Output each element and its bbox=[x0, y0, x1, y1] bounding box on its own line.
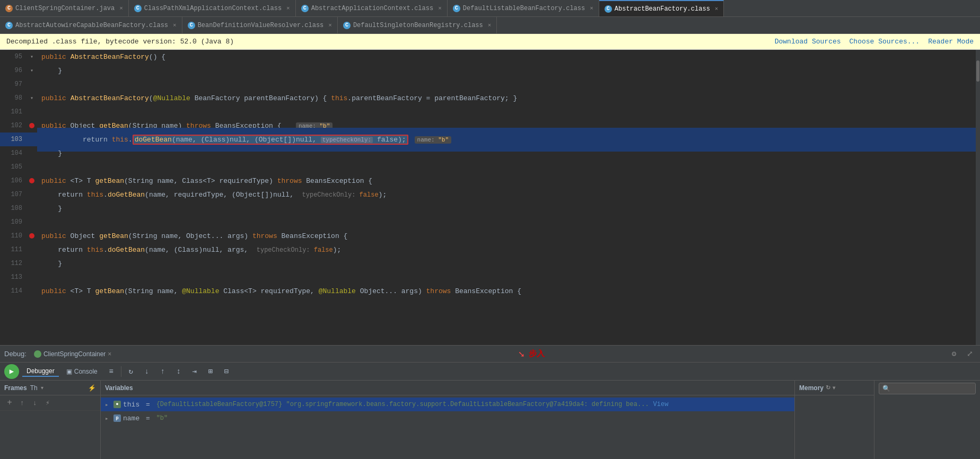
line-content bbox=[37, 81, 980, 89]
code-line-97: 97 bbox=[0, 77, 980, 91]
frames-header: Frames Th ▾ ⚡ bbox=[0, 381, 100, 395]
code-line-105: 105 bbox=[0, 160, 980, 174]
fold-icon: ▾ bbox=[30, 95, 33, 101]
breakpoint-dot[interactable] bbox=[29, 233, 34, 239]
expand-arrow[interactable]: ▸ bbox=[105, 401, 111, 408]
expand-icon[interactable]: ⤢ bbox=[964, 348, 976, 360]
up-button[interactable]: ↑ bbox=[17, 398, 28, 408]
line-content bbox=[37, 218, 980, 226]
down-button[interactable]: ↓ bbox=[30, 398, 40, 408]
tab-close[interactable]: × bbox=[590, 5, 593, 12]
memory-header: Memory ↻ ▾ bbox=[795, 381, 874, 395]
tab-abstract-app-context[interactable]: C AbstractApplicationContext.class × bbox=[296, 0, 448, 17]
tab-client-spring-container[interactable]: C ClientSpringContainer.java × bbox=[0, 0, 129, 17]
tab-close[interactable]: × bbox=[488, 22, 492, 29]
code-line-107: 107 return this.doGetBean(name, required… bbox=[0, 188, 980, 201]
step-out-button[interactable]: ↑ bbox=[156, 365, 169, 378]
var-val-name: "b" bbox=[156, 414, 168, 422]
tab-abstract-bean-factory[interactable]: C AbstractBeanFactory.class × bbox=[599, 0, 724, 17]
filter-icon[interactable]: ⚡ bbox=[88, 384, 96, 392]
code-line-103: 103 return this.doGetBean(name, (Class)n… bbox=[0, 133, 980, 146]
code-line-106: 106 public <T> T getBean(String name, Cl… bbox=[0, 174, 980, 188]
variables-list: ▸ ● this = {DefaultListableBeanFactory@1… bbox=[101, 395, 794, 459]
tab-default-listable[interactable]: C DefaultListableBeanFactory.class × bbox=[448, 0, 599, 17]
var-eq: = bbox=[142, 414, 154, 422]
line-number: 103 bbox=[0, 136, 27, 143]
code-editor: 95 ▾ public AbstractBeanFactory() { 96 ▾… bbox=[0, 50, 980, 345]
tab-bean-def-value-resolver[interactable]: C BeanDefinitionValueResolver.class × bbox=[182, 17, 338, 34]
variable-name-row[interactable]: ▸ p name = "b" bbox=[101, 411, 794, 425]
memory-label: Memory bbox=[799, 384, 824, 392]
line-number: 98 bbox=[0, 94, 27, 102]
tab-close[interactable]: × bbox=[173, 22, 177, 29]
tab-close[interactable]: × bbox=[328, 22, 332, 29]
line-number: 101 bbox=[0, 108, 27, 116]
line-content: } bbox=[37, 205, 980, 213]
java-icon: C bbox=[5, 5, 13, 12]
variable-this-row[interactable]: ▸ ● this = {DefaultListableBeanFactory@1… bbox=[101, 398, 794, 411]
filter-frame-button[interactable]: ⚡ bbox=[42, 398, 53, 408]
this-var-icon: ● bbox=[113, 401, 121, 408]
var-name-name: name bbox=[123, 414, 139, 422]
line-number: 104 bbox=[0, 149, 27, 157]
frames-nav: + ↑ ↓ ⚡ bbox=[0, 395, 100, 411]
param-var-icon: p bbox=[113, 414, 121, 422]
download-sources-link[interactable]: Download Sources bbox=[775, 38, 841, 46]
line-number: 107 bbox=[0, 191, 27, 198]
debug-toolbar: ▶ Debugger ▣ Console ≡ ↻ ↓ ↑ ↕ ⇥ ⊞ ⊟ bbox=[0, 363, 980, 381]
fold-icon[interactable]: ▾ bbox=[30, 54, 33, 60]
evaluate-button[interactable]: ⇥ bbox=[188, 365, 201, 378]
view-link[interactable]: View bbox=[653, 401, 669, 408]
choose-sources-link[interactable]: Choose Sources... bbox=[850, 38, 920, 46]
search-area bbox=[874, 381, 980, 459]
class-icon: C bbox=[301, 5, 309, 12]
session-close[interactable]: × bbox=[108, 350, 111, 358]
line-number: 105 bbox=[0, 163, 27, 171]
tab-classpathxml[interactable]: C ClassPathXmlApplicationContext.class × bbox=[129, 0, 296, 17]
expand-arrow[interactable]: ▸ bbox=[105, 415, 111, 422]
memory-dropdown-icon[interactable]: ▾ bbox=[833, 385, 835, 391]
debug-header: Debug: ClientSpringContainer × ➘ 步入 ⚙ ⤢ bbox=[0, 346, 980, 363]
add-watch-button[interactable]: + bbox=[4, 398, 15, 408]
line-content: } bbox=[37, 149, 980, 157]
tab-close[interactable]: × bbox=[715, 6, 719, 12]
debug-title: Debug: bbox=[4, 350, 27, 358]
threads-dropdown-icon[interactable]: ▾ bbox=[41, 385, 43, 391]
console-tab[interactable]: ▣ Console bbox=[62, 367, 102, 376]
code-line-108: 108 } bbox=[0, 201, 980, 215]
step-into-button[interactable]: ↓ bbox=[141, 365, 153, 378]
console-icon: ▣ bbox=[66, 368, 72, 375]
session-icon bbox=[34, 350, 41, 358]
toolbar-menu[interactable]: ≡ bbox=[105, 365, 118, 378]
tab-close[interactable]: × bbox=[286, 5, 290, 12]
tab-close[interactable]: × bbox=[119, 5, 123, 12]
class-icon: C bbox=[134, 5, 142, 12]
memory-refresh-icon[interactable]: ↻ bbox=[826, 384, 830, 391]
step-over-button[interactable]: ↻ bbox=[125, 365, 137, 378]
run-to-cursor-button[interactable]: ↕ bbox=[172, 365, 185, 378]
trace-button[interactable]: ⊞ bbox=[204, 365, 217, 378]
line-content: public AbstractBeanFactory() { bbox=[37, 53, 980, 61]
line-content: public <T> T getBean(String name, @Nulla… bbox=[37, 287, 980, 295]
line-number: 95 bbox=[0, 53, 27, 60]
code-line-104: 104 } bbox=[0, 146, 980, 160]
tab-close[interactable]: × bbox=[438, 5, 442, 12]
debug-session-tab[interactable]: ClientSpringContainer × bbox=[31, 346, 115, 363]
resume-button[interactable]: ▶ bbox=[4, 364, 19, 379]
debugger-tab[interactable]: Debugger bbox=[22, 366, 59, 377]
search-input[interactable] bbox=[879, 383, 976, 394]
line-content bbox=[37, 273, 980, 281]
reader-mode-link[interactable]: Reader Mode bbox=[928, 38, 974, 46]
debug-content: Frames Th ▾ ⚡ + ↑ ↓ ⚡ Variables ▸ bbox=[0, 381, 980, 459]
scrollbar-vertical[interactable] bbox=[976, 50, 980, 345]
var-eq: = bbox=[142, 401, 154, 409]
line-gutter bbox=[27, 123, 37, 128]
tab-abstract-autowire[interactable]: C AbstractAutowireCapableBeanFactory.cla… bbox=[0, 17, 182, 34]
line-content: } bbox=[37, 67, 980, 75]
breakpoint-dot[interactable] bbox=[29, 178, 34, 183]
line-number: 106 bbox=[0, 177, 27, 184]
breakpoint-dot[interactable] bbox=[29, 123, 34, 128]
more-button[interactable]: ⊟ bbox=[220, 365, 233, 378]
tab-default-singleton-registry[interactable]: C DefaultSingletonBeanRegistry.class × bbox=[338, 17, 497, 34]
settings-icon[interactable]: ⚙ bbox=[948, 348, 960, 360]
